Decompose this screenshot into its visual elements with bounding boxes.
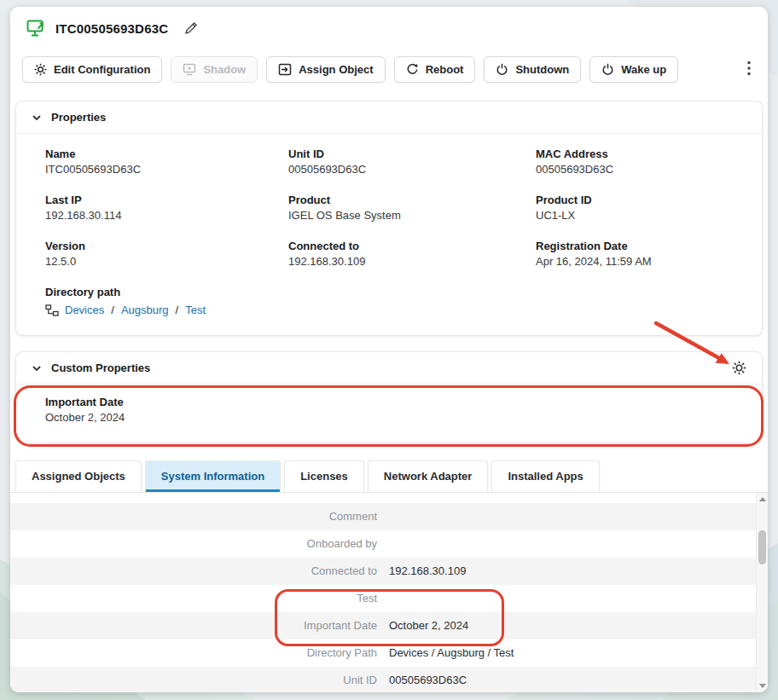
table-row: Important Date October 2, 2024: [10, 612, 756, 639]
row-label: Directory Path: [10, 646, 377, 659]
breadcrumb-link-devices[interactable]: Devices: [65, 304, 104, 316]
breadcrumb-link-test[interactable]: Test: [185, 304, 206, 316]
custom-properties-body: Important Date October 2, 2024: [16, 385, 762, 426]
property-field-registration-date: Registration Date Apr 16, 2024, 11:59 AM: [536, 240, 733, 270]
system-information-table: Serial Number Comment Onboarded by Conne…: [10, 492, 768, 692]
property-field-mac-address: MAC Address 00505693D63C: [536, 148, 733, 178]
property-field-last-ip: Last IP 192.168.30.114: [45, 194, 288, 224]
table-row: Comment: [10, 503, 756, 530]
field-label: Product ID: [536, 194, 733, 206]
property-field-product-id: Product ID UC1-LX: [536, 194, 733, 224]
field-value: 12.5.0: [45, 255, 288, 268]
field-value: Apr 16, 2024, 11:59 AM: [536, 255, 733, 268]
custom-properties-panel: Custom Properties Important Date October…: [15, 351, 763, 443]
pencil-icon: [184, 21, 198, 35]
button-label: Reboot: [426, 63, 464, 76]
breadcrumb-separator: /: [110, 304, 115, 316]
more-actions-button[interactable]: [742, 57, 756, 82]
custom-property-important-date: Important Date October 2, 2024: [45, 396, 733, 426]
tab-licenses[interactable]: Licenses: [284, 460, 364, 492]
row-value: October 2, 2024: [377, 619, 468, 632]
button-label: Assign Object: [299, 63, 373, 76]
table-row: Unit ID 00505693D63C: [10, 667, 756, 692]
button-label: Edit Configuration: [54, 63, 150, 76]
detail-tabs: Assigned Objects System Information Lice…: [15, 460, 763, 492]
tab-installed-apps[interactable]: Installed Apps: [491, 460, 599, 492]
row-label: Serial Number: [10, 492, 377, 496]
table-row: Onboarded by: [10, 530, 756, 558]
field-label: Version: [45, 240, 288, 252]
row-value: 192.168.30.109: [377, 564, 466, 577]
tab-system-information[interactable]: System Information: [145, 460, 281, 492]
field-label: MAC Address: [536, 148, 733, 160]
field-label: Important Date: [45, 396, 733, 408]
properties-panel: Properties Name ITC00505693D63C Unit ID …: [15, 101, 763, 336]
field-label: Directory path: [45, 286, 733, 298]
field-label: Registration Date: [536, 240, 733, 252]
custom-properties-panel-header: Custom Properties: [16, 352, 762, 385]
row-label: Important Date: [10, 619, 377, 632]
scrollbar-thumb[interactable]: [758, 530, 766, 564]
property-field-connected-to: Connected to 192.168.30.109: [288, 240, 536, 270]
tab-network-adapter[interactable]: Network Adapter: [368, 460, 489, 492]
wake-up-button[interactable]: Wake up: [589, 56, 678, 83]
field-value: 00505693D63C: [288, 163, 536, 176]
field-label: Product: [288, 194, 536, 206]
row-label: Test: [10, 592, 377, 605]
scroll-down-arrow[interactable]: [759, 684, 766, 688]
table-row: Serial Number: [10, 492, 756, 503]
custom-properties-settings-button[interactable]: [730, 359, 748, 377]
field-value: ITC00505693D63C: [45, 163, 288, 176]
power-icon: [601, 63, 614, 76]
property-field-name: Name ITC00505693D63C: [45, 148, 288, 178]
device-icon: [26, 18, 46, 38]
table-row: Test: [10, 585, 756, 612]
tab-assigned-objects[interactable]: Assigned Objects: [15, 460, 142, 492]
field-value: UC1-LX: [536, 209, 733, 222]
properties-panel-header: Properties: [16, 101, 762, 134]
page-header: ITC00505693D63C: [10, 7, 768, 49]
property-field-unit-id: Unit ID 00505693D63C: [288, 148, 536, 178]
shadow-button: Shadow: [171, 56, 258, 83]
shutdown-button[interactable]: Shutdown: [484, 56, 581, 83]
field-value: IGEL OS Base System: [288, 209, 536, 222]
scroll-up-arrow[interactable]: [759, 497, 766, 501]
device-detail-card: ITC00505693D63C Edit Configuration Shado…: [10, 7, 768, 692]
field-value: 192.168.30.109: [288, 255, 536, 268]
reboot-icon: [406, 63, 419, 76]
button-label: Shadow: [203, 63, 246, 76]
kebab-icon: [747, 61, 751, 76]
vertical-scrollbar[interactable]: [756, 493, 768, 692]
properties-grid: Name ITC00505693D63C Unit ID 00505693D63…: [16, 134, 762, 316]
button-label: Shutdown: [515, 63, 569, 76]
breadcrumb-separator: /: [175, 304, 180, 316]
property-field-directory-path: Directory path Devices / Augsburg / Test: [45, 286, 733, 316]
page-title: ITC00505693D63C: [55, 21, 168, 36]
breadcrumb-link-augsburg[interactable]: Augsburg: [121, 304, 169, 316]
breadcrumb: Devices / Augsburg / Test: [45, 304, 733, 316]
gear-icon: [732, 361, 746, 375]
field-value: 00505693D63C: [536, 163, 733, 176]
assign-object-icon: [278, 63, 292, 76]
edit-name-button[interactable]: [183, 20, 200, 37]
chevron-down-icon[interactable]: [30, 113, 44, 123]
assign-object-button[interactable]: Assign Object: [266, 56, 385, 83]
field-label: Unit ID: [288, 148, 536, 160]
action-toolbar: Edit Configuration Shadow Assign Object …: [10, 49, 768, 89]
reboot-button[interactable]: Reboot: [394, 56, 476, 83]
shadow-icon: [183, 63, 196, 76]
table-row: Connected to 192.168.30.109: [10, 558, 756, 585]
row-label: Unit ID: [10, 674, 377, 686]
property-field-version: Version 12.5.0: [45, 240, 288, 270]
row-label: Comment: [10, 510, 377, 523]
custom-properties-panel-title: Custom Properties: [51, 362, 150, 374]
field-label: Connected to: [288, 240, 536, 252]
row-value: 00505693D63C: [377, 674, 467, 686]
sitemap-icon: [45, 304, 59, 316]
edit-configuration-button[interactable]: Edit Configuration: [22, 56, 162, 83]
properties-panel-title: Properties: [51, 111, 106, 124]
row-label: Connected to: [10, 564, 377, 577]
field-value: October 2, 2024: [45, 411, 733, 424]
chevron-down-icon[interactable]: [30, 363, 44, 373]
power-icon: [496, 63, 508, 76]
